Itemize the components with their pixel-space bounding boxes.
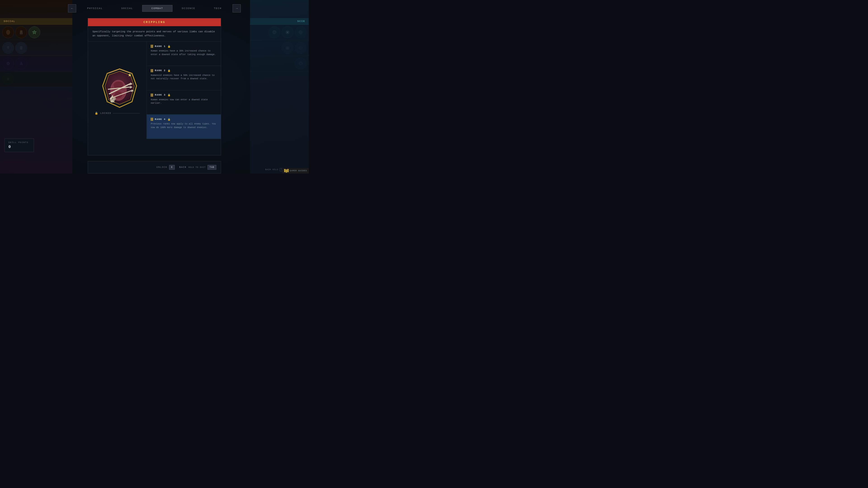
rank-4-bar-icon [151, 118, 153, 121]
skill-icon-2a[interactable] [2, 42, 14, 54]
rank-bar [151, 45, 152, 48]
right-skill-icon-3a[interactable] [295, 58, 307, 69]
rank-2-desc: Humanoid enemies have a 50% increased ch… [151, 74, 217, 80]
rank-4-label: RANK 4 [155, 118, 166, 121]
tab-tech[interactable]: TECH [205, 5, 231, 12]
unlock-label: UNLOCK [156, 166, 167, 168]
card-header: CRIPPLING [88, 18, 221, 26]
rank-3-desc: Human enemies now can enter a downed sta… [151, 98, 217, 105]
skill-icon-1c[interactable] [29, 26, 40, 38]
rank-1-header: RANK 1 🔒 [151, 45, 217, 48]
rank-bar [152, 118, 153, 121]
left-section-header: SOCIAL [0, 18, 72, 25]
rank-bar [151, 69, 152, 72]
svg-point-20 [114, 91, 123, 98]
rank-item-4: RANK 4 🔒 Previous ranks now apply to all… [147, 115, 221, 139]
locked-label: LOCKED [100, 112, 111, 115]
lock-icon: 🔒 [95, 111, 98, 115]
rank-1-bar-icon [151, 45, 153, 48]
rank-3-label: RANK 3 [155, 94, 166, 96]
back-action: BACK HOLD TO EXIT TAB [179, 165, 216, 170]
rank-item-3: RANK 3 🔒 Human enemies now can enter a d… [147, 90, 221, 115]
skill-icon-1a[interactable] [2, 26, 14, 38]
skill-icon-4a[interactable] [2, 73, 14, 85]
tab-physical[interactable]: PHYSICAL [78, 5, 112, 12]
tab-social[interactable]: SOCIAL [112, 5, 142, 12]
rank-3-bar-icon [151, 94, 153, 97]
ranks-panel: RANK 1 🔒 Human enemies have a 30% increa… [147, 41, 221, 139]
hold-bottom-label: HOLD [272, 168, 278, 171]
right-skill-icon-2a[interactable] [282, 42, 293, 54]
rank-4-header: RANK 4 🔒 [151, 118, 217, 121]
rank-1-desc: Human enemies have a 30% increased chanc… [151, 49, 217, 56]
prev-nav-arrow[interactable]: ← [68, 4, 76, 12]
skill-detail-card: CRIPPLING Specifically targeting the pre… [88, 18, 221, 156]
card-body: 🔒 LOCKED RANK 1 🔒 Human enemies have a 3… [88, 41, 221, 139]
rank-item-1: RANK 1 🔒 Human enemies have a 30% increa… [147, 41, 221, 66]
right-skill-icon-1c[interactable] [295, 26, 307, 38]
svg-point-6 [7, 63, 9, 64]
right-skill-icon-1b[interactable] [282, 26, 293, 38]
back-bottom-label: BACK [266, 168, 271, 171]
rank-3-header: RANK 3 🔒 [151, 94, 217, 97]
svg-point-11 [274, 32, 275, 33]
watermark-text: GAMER GUIDES [289, 170, 307, 172]
skill-image-panel: 🔒 LOCKED [88, 41, 147, 139]
card-title: CRIPPLING [92, 21, 216, 24]
skill-row-1 [0, 25, 72, 40]
lock-status: 🔒 LOCKED [92, 111, 142, 115]
rank-2-bar-icon [151, 69, 153, 72]
rank-bar [151, 118, 152, 121]
skill-row-2 [0, 40, 72, 56]
hold-to-exit-label: HOLD TO EXIT [188, 166, 206, 168]
tab-combat[interactable]: COMBAT [142, 5, 173, 12]
skill-row-3 [0, 56, 72, 71]
right-skill-row-1 [250, 25, 309, 40]
card-footer: UNLOCK E BACK HOLD TO EXIT TAB [88, 161, 221, 173]
rank-1-label: RANK 1 [155, 45, 166, 48]
rank-bar [152, 45, 153, 48]
left-skill-panel: SOCIAL [0, 18, 72, 87]
rank-2-lock: 🔒 [167, 69, 170, 72]
skill-points-label: SKILL POINTS [8, 141, 30, 144]
svg-point-15 [299, 46, 303, 50]
svg-point-2 [7, 46, 9, 48]
card-description: Specifically targeting the pressure poin… [88, 26, 221, 41]
skill-points-value: 0 [8, 144, 30, 149]
tab-science[interactable]: SCIENCE [173, 5, 205, 12]
skill-icon-1b[interactable] [16, 26, 27, 38]
lock-divider [113, 113, 140, 113]
top-navigation: ← PHYSICAL SOCIAL COMBAT SCIENCE TECH → [0, 3, 309, 14]
unlock-action: UNLOCK E [156, 165, 175, 170]
right-skill-row-2 [250, 40, 309, 56]
watermark: GAMER GUIDES [282, 168, 309, 173]
rank-4-lock: 🔒 [167, 118, 170, 121]
right-skill-icon-2b[interactable] [295, 42, 307, 54]
rank-2-header: RANK 2 🔒 [151, 69, 217, 72]
skill-icon-2b[interactable] [16, 42, 27, 54]
back-key-button[interactable]: TAB [208, 165, 216, 170]
rank-1-lock: 🔒 [167, 45, 170, 48]
svg-point-13 [299, 31, 303, 34]
right-skill-panel: SCIE [250, 18, 309, 71]
skill-icon-3a[interactable] [2, 58, 14, 69]
right-skill-row-3 [250, 56, 309, 71]
rank-bar [152, 69, 153, 72]
unlock-key-button[interactable]: E [169, 165, 175, 170]
skill-row-4 [0, 71, 72, 87]
rank-2-label: RANK 2 [155, 69, 166, 72]
rank-3-lock: 🔒 [167, 94, 170, 96]
rank-4-desc: Previous ranks now apply to all enemy ty… [151, 122, 217, 129]
right-section-header: SCIE [250, 18, 309, 25]
svg-point-0 [6, 30, 10, 35]
right-skill-icon-1a[interactable] [269, 26, 280, 38]
svg-rect-7 [7, 78, 9, 80]
svg-point-1 [21, 31, 22, 33]
rank-bar [151, 94, 152, 97]
next-nav-arrow[interactable]: → [232, 4, 241, 12]
rank-item-2: RANK 2 🔒 Humanoid enemies have a 50% inc… [147, 66, 221, 90]
svg-point-17 [300, 62, 302, 64]
skill-icon-3b[interactable] [16, 58, 27, 69]
skill-points-box: SKILL POINTS 0 [4, 138, 34, 152]
back-label: BACK [179, 166, 186, 168]
